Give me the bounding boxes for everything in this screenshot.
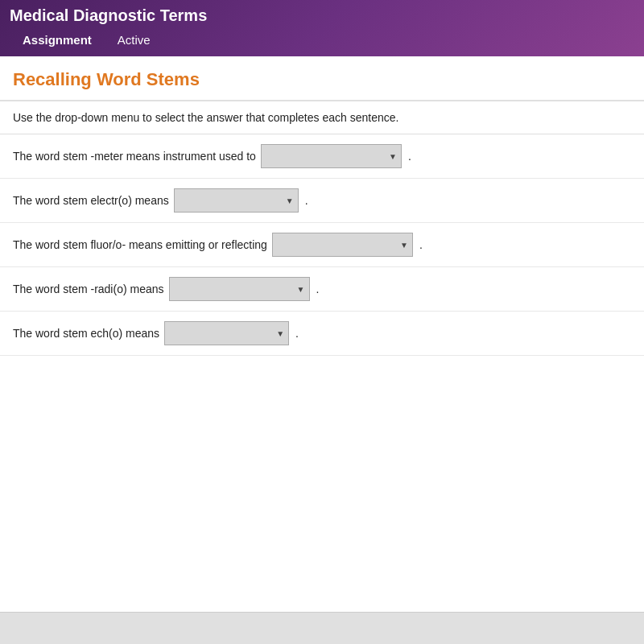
main-content: Recalling Word Stems Use the drop-down m… <box>0 56 644 644</box>
question-text-3: The word stem fluor/o- means emitting or… <box>13 238 267 251</box>
tab-active[interactable]: Active <box>105 30 163 52</box>
app-title: Medical Diagnostic Terms <box>10 6 634 25</box>
question-text-5: The word stem ech(o) means <box>13 327 159 340</box>
question-text-2: The word stem electr(o) means <box>13 194 169 207</box>
question-row-1: The word stem -meter means instrument us… <box>0 134 644 179</box>
question-row-2: The word stem electr(o) means . <box>0 179 644 223</box>
period-3: . <box>419 238 423 251</box>
dropdown-2[interactable] <box>174 188 299 213</box>
period-5: . <box>295 327 299 340</box>
dropdown-3[interactable] <box>272 233 413 257</box>
instructions-text: Use the drop-down menu to select the ans… <box>0 101 644 134</box>
question-text-4: The word stem -radi(o) means <box>13 283 164 295</box>
section-title: Recalling Word Stems <box>13 69 631 90</box>
question-row-4: The word stem -radi(o) means . <box>0 267 644 312</box>
dropdown-container-1 <box>261 144 402 168</box>
question-row-5: The word stem ech(o) means . <box>0 312 644 356</box>
question-row-3: The word stem fluor/o- means emitting or… <box>0 223 644 267</box>
period-2: . <box>305 194 308 207</box>
bottom-bar <box>0 612 644 644</box>
period-1: . <box>408 150 411 163</box>
dropdown-container-2 <box>174 188 299 213</box>
header: Medical Diagnostic Terms Assignment Acti… <box>0 0 644 56</box>
dropdown-container-3 <box>272 233 413 257</box>
dropdown-5[interactable] <box>164 321 289 345</box>
dropdown-container-4 <box>169 277 310 301</box>
question-text-1: The word stem -meter means instrument us… <box>13 150 256 163</box>
tab-bar: Assignment Active <box>10 30 634 52</box>
dropdown-4[interactable] <box>169 277 310 301</box>
dropdown-container-5 <box>164 321 289 345</box>
dropdown-1[interactable] <box>261 144 402 168</box>
section-header: Recalling Word Stems <box>0 56 644 101</box>
tab-assignment[interactable]: Assignment <box>10 30 105 52</box>
period-4: . <box>316 283 320 295</box>
